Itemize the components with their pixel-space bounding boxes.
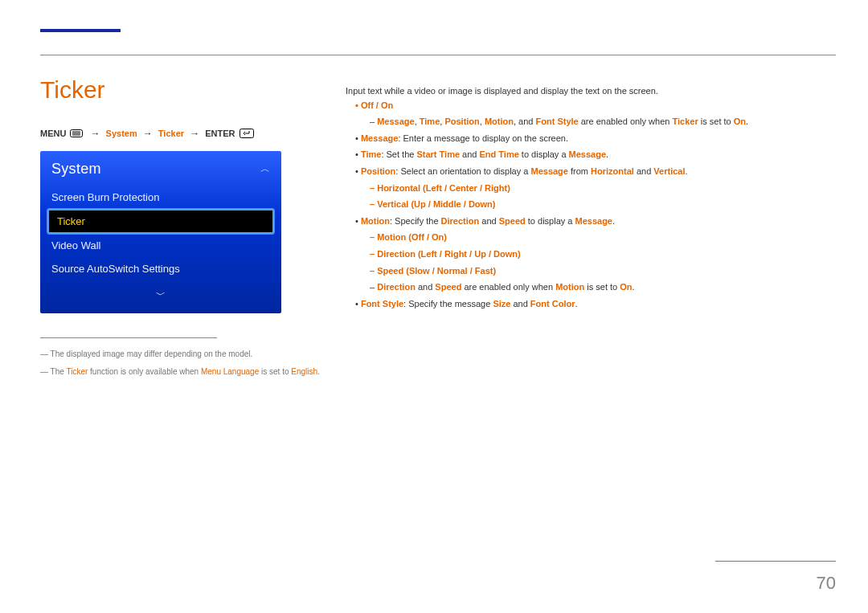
arrow-icon: → bbox=[143, 128, 153, 139]
page-title: Ticker bbox=[40, 76, 330, 104]
osd-item-screen-burn[interactable]: Screen Burn Protection bbox=[40, 186, 281, 209]
option-font-style: Font Style: Specify the message Size and… bbox=[346, 297, 836, 312]
right-column: Input text while a video or image is dis… bbox=[346, 76, 836, 573]
page-number: 70 bbox=[817, 573, 836, 594]
note-divider bbox=[40, 337, 217, 338]
option-position-vertical: Vertical (Up / Middle / Down) bbox=[346, 198, 836, 212]
menu-button-icon bbox=[70, 129, 83, 139]
breadcrumb-system: System bbox=[106, 129, 137, 138]
left-column: Ticker MENU → System → Ticker → ENTER Sy… bbox=[40, 76, 346, 573]
option-motion-onoff: Motion (Off / On) bbox=[346, 231, 836, 245]
enter-button-icon bbox=[240, 129, 254, 140]
header-rule bbox=[40, 55, 836, 55]
note-ticker-language: The Ticker function is only available wh… bbox=[40, 366, 330, 378]
osd-item-ticker-selected[interactable]: Ticker bbox=[47, 209, 274, 234]
breadcrumb-ticker: Ticker bbox=[158, 129, 184, 138]
breadcrumb: MENU → System → Ticker → ENTER bbox=[40, 128, 330, 140]
note-motion-enabled: Direction and Speed are enabled only whe… bbox=[346, 280, 836, 295]
intro-text: Input text while a video or image is dis… bbox=[346, 84, 836, 99]
note-enabled-when-on: Message, Time, Position, Motion, and Fon… bbox=[346, 115, 836, 129]
option-time: Time: Set the Start Time and End Time to… bbox=[346, 148, 836, 162]
osd-menu-panel: System ︿ Screen Burn Protection Ticker V… bbox=[40, 151, 281, 313]
osd-item-video-wall[interactable]: Video Wall bbox=[40, 234, 281, 257]
page-content: Ticker MENU → System → Ticker → ENTER Sy… bbox=[40, 76, 836, 573]
osd-title: System bbox=[51, 161, 101, 178]
breadcrumb-enter: ENTER bbox=[205, 129, 235, 138]
chevron-up-icon[interactable]: ︿ bbox=[260, 159, 270, 179]
option-position: Position: Select an orientation to displ… bbox=[346, 165, 836, 179]
option-message: Message: Enter a message to display on t… bbox=[346, 132, 836, 146]
note-model-differ: The displayed image may differ depending… bbox=[40, 348, 330, 361]
option-off-on: Off / On bbox=[346, 99, 836, 113]
header-accent-bar bbox=[40, 29, 121, 32]
option-motion-speed: Speed (Slow / Normal / Fast) bbox=[346, 264, 836, 279]
option-position-horizontal: Horizontal (Left / Center / Right) bbox=[346, 182, 836, 196]
option-motion-direction: Direction (Left / Right / Up / Down) bbox=[346, 247, 836, 262]
chevron-down-icon[interactable]: ﹀ bbox=[40, 280, 281, 313]
breadcrumb-menu: MENU bbox=[40, 129, 66, 138]
footer-rule bbox=[715, 561, 836, 562]
arrow-icon: → bbox=[190, 128, 199, 139]
osd-item-source-autoswitch[interactable]: Source AutoSwitch Settings bbox=[40, 257, 281, 280]
arrow-icon: → bbox=[91, 128, 100, 139]
option-motion: Motion: Specify the Direction and Speed … bbox=[346, 215, 836, 229]
osd-header: System ︿ bbox=[40, 151, 281, 186]
